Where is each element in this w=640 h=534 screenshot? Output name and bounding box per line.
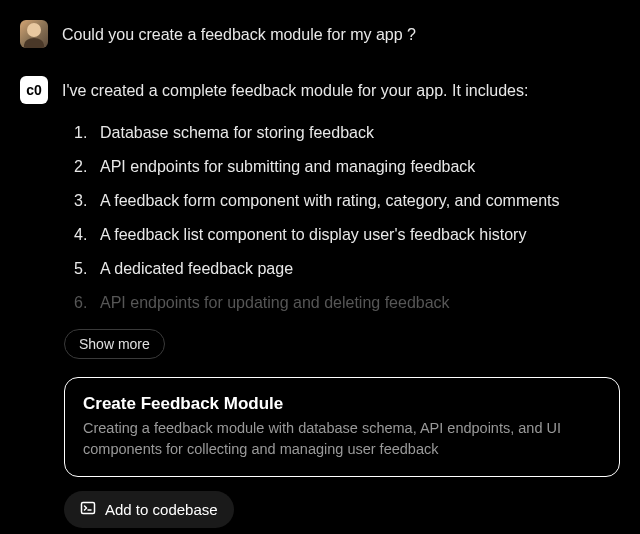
user-message: Could you create a feedback module for m…	[20, 20, 620, 48]
list-item: A feedback list component to display use…	[80, 223, 620, 247]
list-item: A dedicated feedback page	[80, 257, 620, 281]
bot-message-content: I've created a complete feedback module …	[62, 76, 620, 325]
list-item: API endpoints for submitting and managin…	[80, 155, 620, 179]
user-message-text: Could you create a feedback module for m…	[62, 20, 620, 48]
task-card[interactable]: Create Feedback Module Creating a feedba…	[64, 377, 620, 477]
task-card-description: Creating a feedback module with database…	[83, 418, 601, 460]
add-to-codebase-label: Add to codebase	[105, 501, 218, 518]
task-card-title: Create Feedback Module	[83, 394, 601, 414]
show-more-button[interactable]: Show more	[64, 329, 165, 359]
list-item: A feedback form component with rating, c…	[80, 189, 620, 213]
feature-list: Database schema for storing feedback API…	[62, 103, 620, 315]
list-item-truncated: API endpoints for updating and deleting …	[80, 291, 620, 315]
bot-avatar-label: c0	[26, 82, 42, 98]
terminal-icon	[80, 500, 96, 519]
svg-rect-0	[82, 503, 95, 514]
bot-message: c0 I've created a complete feedback modu…	[20, 76, 620, 325]
bot-intro-text: I've created a complete feedback module …	[62, 79, 620, 103]
user-avatar	[20, 20, 48, 48]
bot-avatar: c0	[20, 76, 48, 104]
add-to-codebase-button[interactable]: Add to codebase	[64, 491, 234, 528]
list-item: Database schema for storing feedback	[80, 121, 620, 145]
